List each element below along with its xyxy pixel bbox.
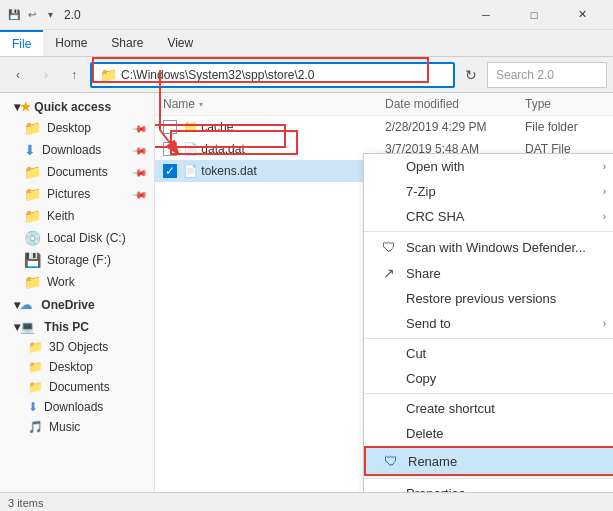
sidebar-onedrive[interactable]: ▾ ☁ OneDrive [0, 295, 154, 315]
back-button[interactable]: ‹ [6, 63, 30, 87]
ctx-restore-prev[interactable]: Restore previous versions [364, 286, 613, 311]
window-controls: ─ □ ✕ [463, 0, 605, 30]
ctx-scan-defender[interactable]: 🛡 Scan with Windows Defender... [364, 234, 613, 260]
tab-file[interactable]: File [0, 30, 43, 56]
music-icon: 🎵 [28, 420, 43, 434]
ctx-7zip[interactable]: 7-Zip › [364, 179, 613, 204]
ctx-crc-sha-arrow: › [603, 211, 606, 222]
col-name-header[interactable]: Name ▾ [163, 97, 385, 111]
save-icon[interactable]: 💾 [8, 9, 20, 21]
sidebar-item-downloads2[interactable]: ⬇ Downloads [0, 397, 154, 417]
checkbox-cache[interactable] [163, 120, 177, 134]
sidebar-item-desktop[interactable]: 📁 Desktop 📌 [0, 117, 154, 139]
sidebar-music-label: Music [49, 420, 80, 434]
tokens-dat-file-icon: 📄 [183, 164, 198, 178]
ctx-send-to[interactable]: Send to › [364, 311, 613, 336]
sidebar-pictures-label: Pictures [47, 187, 90, 201]
ctx-delete[interactable]: Delete [364, 421, 613, 446]
file-row-cache[interactable]: 📁 cache 2/28/2019 4:29 PM File folder [155, 116, 613, 138]
main-layout: ▾ ★ Quick access 📁 Desktop 📌 ⬇ Downloads… [0, 93, 613, 492]
ctx-delete-label: Delete [406, 426, 444, 441]
sidebar-item-documents[interactable]: 📁 Documents 📌 [0, 161, 154, 183]
ctx-copy[interactable]: Copy [364, 366, 613, 391]
sidebar-this-pc[interactable]: ▾ 💻 This PC [0, 317, 154, 337]
desktop2-icon: 📁 [28, 360, 43, 374]
ctx-create-shortcut[interactable]: Create shortcut [364, 396, 613, 421]
address-folder-icon: 📁 [100, 67, 117, 83]
sidebar-downloads2-label: Downloads [44, 400, 103, 414]
documents-icon: 📁 [24, 164, 41, 180]
sidebar-item-music[interactable]: 🎵 Music [0, 417, 154, 437]
tab-view[interactable]: View [155, 30, 205, 56]
sidebar-item-keith[interactable]: 📁 Keith [0, 205, 154, 227]
sidebar-item-downloads[interactable]: ⬇ Downloads 📌 [0, 139, 154, 161]
sidebar-storage-label: Storage (F:) [47, 253, 111, 267]
search-placeholder: Search 2.0 [496, 68, 554, 82]
checkbox-tokens-dat[interactable]: ✓ [163, 164, 177, 178]
scan-defender-icon: 🛡 [380, 239, 398, 255]
ctx-scan-defender-label: Scan with Windows Defender... [406, 240, 586, 255]
star-icon: ★ [20, 100, 31, 114]
sidebar-item-storage[interactable]: 💾 Storage (F:) [0, 249, 154, 271]
undo-icon[interactable]: ↩ [26, 9, 38, 21]
sidebar-item-3d-objects[interactable]: 📁 3D Objects [0, 337, 154, 357]
address-input[interactable]: 📁 C:\Windows\System32\spp\store\2.0 [90, 62, 455, 88]
sidebar-item-desktop2[interactable]: 📁 Desktop [0, 357, 154, 377]
ctx-copy-label: Copy [406, 371, 436, 386]
ctx-share[interactable]: ↗ Share [364, 260, 613, 286]
address-path: C:\Windows\System32\spp\store\2.0 [121, 68, 314, 82]
ctx-open-with[interactable]: Open with › [364, 154, 613, 179]
dropdown-icon[interactable]: ▾ [44, 9, 56, 21]
this-pc-icon: 💻 [20, 320, 35, 334]
search-box[interactable]: Search 2.0 [487, 62, 607, 88]
tab-share[interactable]: Share [99, 30, 155, 56]
sidebar-item-pictures[interactable]: 📁 Pictures 📌 [0, 183, 154, 205]
status-text: 3 items [8, 497, 43, 509]
sidebar-3d-label: 3D Objects [49, 340, 108, 354]
pin-icon-dl: 📌 [132, 142, 148, 158]
ctx-divider-3 [364, 393, 613, 394]
ctx-rename[interactable]: 🛡 Rename [364, 446, 613, 476]
storage-icon: 💾 [24, 252, 41, 268]
ctx-properties[interactable]: Properties [364, 481, 613, 492]
quick-access-icons: 💾 ↩ ▾ [8, 9, 56, 21]
ctx-divider-4 [364, 478, 613, 479]
sort-icon: ▾ [199, 100, 203, 109]
sidebar-item-work[interactable]: 📁 Work [0, 271, 154, 293]
up-button[interactable]: ↑ [62, 63, 86, 87]
forward-button[interactable]: › [34, 63, 58, 87]
ctx-crc-sha[interactable]: CRC SHA › [364, 204, 613, 229]
desktop-folder-icon: 📁 [24, 120, 41, 136]
ctx-cut[interactable]: Cut [364, 341, 613, 366]
cache-type: File folder [525, 120, 605, 134]
close-button[interactable]: ✕ [559, 0, 605, 30]
window-title: 2.0 [64, 8, 463, 22]
col-type-header[interactable]: Type [525, 97, 605, 111]
status-bar: 3 items [0, 492, 613, 511]
refresh-button[interactable]: ↻ [459, 63, 483, 87]
sidebar-desktop-label: Desktop [47, 121, 91, 135]
tokens-dat-filename: tokens.dat [201, 164, 385, 178]
checkbox-data-dat[interactable] [163, 142, 177, 156]
work-folder-icon: 📁 [24, 274, 41, 290]
sidebar-item-documents2[interactable]: 📁 Documents [0, 377, 154, 397]
pin-icon: 📌 [132, 120, 148, 136]
sidebar-documents-label: Documents [47, 165, 108, 179]
sidebar-downloads-label: Downloads [42, 143, 101, 157]
sidebar-quick-access[interactable]: ▾ ★ Quick access [0, 97, 154, 117]
ctx-send-to-label: Send to [406, 316, 451, 331]
sidebar-keith-label: Keith [47, 209, 74, 223]
content-pane: Name ▾ Date modified Type 📁 cache 2/28/2… [155, 93, 613, 492]
sidebar-work-label: Work [47, 275, 75, 289]
context-menu: Open with › 7-Zip › CRC SHA › 🛡 Scan wit… [363, 153, 613, 492]
3d-objects-icon: 📁 [28, 340, 43, 354]
rename-icon: 🛡 [382, 453, 400, 469]
data-dat-filename: data.dat [201, 142, 385, 156]
sidebar-item-local-disk[interactable]: 💿 Local Disk (C:) [0, 227, 154, 249]
col-date-header[interactable]: Date modified [385, 97, 525, 111]
tab-home[interactable]: Home [43, 30, 99, 56]
minimize-button[interactable]: ─ [463, 0, 509, 30]
maximize-button[interactable]: □ [511, 0, 557, 30]
column-headers: Name ▾ Date modified Type [155, 93, 613, 116]
keith-folder-icon: 📁 [24, 208, 41, 224]
